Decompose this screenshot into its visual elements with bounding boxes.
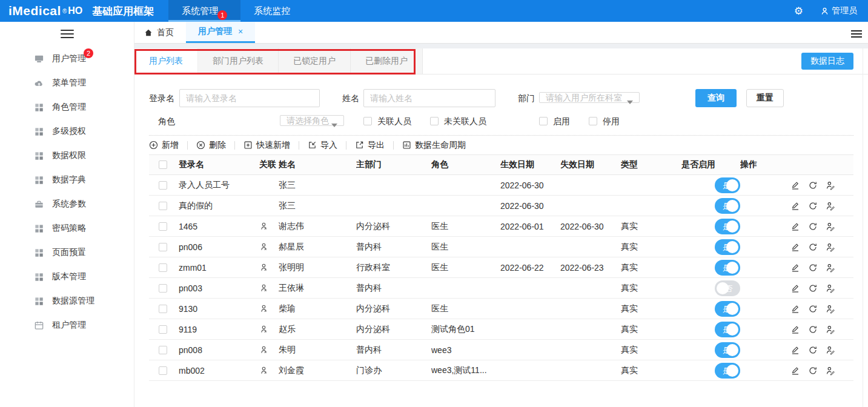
checkbox-enabled[interactable]: 启用 bbox=[539, 112, 570, 130]
enabled-toggle[interactable]: 是 bbox=[715, 198, 740, 214]
assign-person-icon[interactable] bbox=[826, 222, 835, 231]
sidebar-item-data-permission[interactable]: 数据权限 bbox=[0, 144, 134, 168]
assign-person-icon[interactable] bbox=[826, 283, 835, 293]
assign-person-icon[interactable] bbox=[826, 345, 835, 355]
subtab-locked-users[interactable]: 已锁定用户 bbox=[279, 48, 351, 74]
edit-icon[interactable] bbox=[790, 201, 800, 211]
sidebar-item-password-policy[interactable]: 密码策略 bbox=[0, 216, 134, 240]
edit-icon[interactable] bbox=[790, 283, 800, 293]
edit-icon[interactable] bbox=[790, 325, 800, 334]
reset-password-icon[interactable] bbox=[808, 366, 818, 376]
edit-icon[interactable] bbox=[790, 366, 800, 376]
sidebar-item-version-management[interactable]: 版本管理 bbox=[0, 265, 134, 289]
export-button[interactable]: 导出 bbox=[346, 140, 393, 151]
row-checkbox[interactable] bbox=[159, 263, 167, 272]
enabled-toggle[interactable]: 是 bbox=[715, 219, 740, 234]
name-input[interactable] bbox=[363, 89, 495, 107]
assign-person-icon[interactable] bbox=[826, 242, 835, 252]
enabled-toggle[interactable]: 是 bbox=[715, 260, 740, 276]
reset-password-icon[interactable] bbox=[808, 222, 818, 231]
reset-password-icon[interactable] bbox=[808, 304, 818, 314]
subtab-deleted-users[interactable]: 已删除用户 bbox=[351, 48, 423, 74]
checkbox-icon[interactable] bbox=[363, 117, 372, 125]
edit-icon[interactable] bbox=[790, 222, 800, 231]
select-all-checkbox[interactable] bbox=[159, 160, 167, 169]
reset-password-icon[interactable] bbox=[808, 242, 818, 252]
enabled-toggle[interactable]: 是 bbox=[715, 239, 740, 255]
dept-select[interactable]: 请输入用户所在科室 bbox=[539, 92, 640, 103]
sidebar-item-data-dictionary[interactable]: 数据字典 bbox=[0, 168, 134, 192]
row-checkbox[interactable] bbox=[159, 202, 167, 210]
edit-icon[interactable] bbox=[790, 180, 800, 190]
gear-icon[interactable]: ⚙ bbox=[794, 6, 803, 16]
sidebar-item-multilevel-auth[interactable]: 多级授权 bbox=[0, 119, 134, 144]
sidebar-item-page-preset[interactable]: 页面预置 bbox=[0, 240, 134, 265]
row-checkbox[interactable] bbox=[159, 222, 167, 231]
checkbox-icon[interactable] bbox=[539, 117, 548, 125]
linked-person-icon[interactable] bbox=[259, 283, 268, 293]
row-checkbox[interactable] bbox=[159, 181, 167, 190]
enabled-toggle[interactable]: 是 bbox=[715, 301, 740, 317]
data-lifecycle-button[interactable]: 数据生命周期 bbox=[394, 140, 474, 151]
reset-password-icon[interactable] bbox=[808, 325, 818, 334]
checkbox-unlinked-person[interactable]: 未关联人员 bbox=[430, 112, 486, 130]
sidebar-item-system-params[interactable]: 系统参数 bbox=[0, 192, 134, 216]
linked-person-icon[interactable] bbox=[259, 345, 268, 354]
sidebar-item-datasource-management[interactable]: 数据源管理 bbox=[0, 289, 134, 313]
user-menu[interactable]: 管理员 bbox=[820, 5, 857, 16]
subtab-user-list[interactable]: 用户列表 bbox=[134, 48, 198, 74]
row-checkbox[interactable] bbox=[159, 284, 167, 293]
assign-person-icon[interactable] bbox=[826, 201, 835, 211]
assign-person-icon[interactable] bbox=[826, 325, 835, 334]
enabled-toggle[interactable]: 是 bbox=[715, 177, 740, 193]
reset-password-icon[interactable] bbox=[808, 345, 818, 355]
enabled-toggle[interactable]: 是 bbox=[715, 342, 740, 358]
checkbox-icon[interactable] bbox=[430, 117, 439, 125]
role-select[interactable]: 请选择角色 bbox=[280, 115, 344, 126]
tab-home[interactable]: 首页 bbox=[134, 22, 186, 43]
reset-password-icon[interactable] bbox=[808, 283, 818, 293]
row-checkbox[interactable] bbox=[159, 305, 167, 313]
edit-icon[interactable] bbox=[790, 345, 800, 355]
linked-person-icon[interactable] bbox=[259, 242, 268, 251]
assign-person-icon[interactable] bbox=[826, 304, 835, 314]
row-checkbox[interactable] bbox=[159, 243, 167, 251]
row-checkbox[interactable] bbox=[159, 366, 167, 375]
enabled-toggle[interactable]: 否 bbox=[715, 280, 740, 296]
import-button[interactable]: 导入 bbox=[299, 140, 346, 151]
assign-person-icon[interactable] bbox=[826, 263, 835, 273]
tab-close-icon[interactable]: × bbox=[238, 27, 243, 36]
search-button[interactable]: 查询 bbox=[695, 89, 737, 107]
checkbox-linked-person[interactable]: 关联人员 bbox=[363, 112, 411, 130]
nav-item-system-monitor[interactable]: 系统监控 bbox=[240, 0, 303, 22]
tabbar-menu-icon[interactable] bbox=[851, 28, 862, 39]
add-button[interactable]: 新增 bbox=[149, 140, 187, 151]
tab-user-management[interactable]: 用户管理 × bbox=[186, 22, 255, 43]
nav-item-system-management[interactable]: 系统管理 1 bbox=[168, 0, 240, 22]
linked-person-icon[interactable] bbox=[259, 222, 268, 231]
linked-person-icon[interactable] bbox=[259, 366, 268, 375]
reset-password-icon[interactable] bbox=[808, 180, 818, 190]
sidebar-item-tenant-management[interactable]: 租户管理 bbox=[0, 313, 134, 337]
assign-person-icon[interactable] bbox=[826, 366, 835, 376]
edit-icon[interactable] bbox=[790, 263, 800, 273]
data-log-button[interactable]: 数据日志 bbox=[801, 53, 853, 70]
enabled-toggle[interactable]: 是 bbox=[715, 363, 740, 379]
subtab-dept-user-list[interactable]: 部门用户列表 bbox=[198, 48, 279, 74]
linked-person-icon[interactable] bbox=[259, 304, 268, 313]
row-checkbox[interactable] bbox=[159, 325, 167, 334]
login-input[interactable] bbox=[179, 89, 320, 107]
delete-button[interactable]: 删除 bbox=[188, 140, 234, 151]
reset-password-icon[interactable] bbox=[808, 201, 818, 211]
linked-person-icon[interactable] bbox=[259, 325, 268, 334]
linked-person-icon[interactable] bbox=[259, 263, 268, 272]
sidebar-item-role-management[interactable]: 角色管理 bbox=[0, 95, 134, 119]
quick-add-button[interactable]: 快速新增 bbox=[235, 140, 299, 151]
edit-icon[interactable] bbox=[790, 304, 800, 314]
assign-person-icon[interactable] bbox=[826, 180, 835, 190]
sidebar-item-menu-management[interactable]: 菜单管理 bbox=[0, 71, 134, 95]
reset-button[interactable]: 重置 bbox=[746, 89, 784, 107]
enabled-toggle[interactable]: 是 bbox=[715, 322, 740, 337]
sidebar-collapse-icon[interactable] bbox=[61, 30, 74, 38]
row-checkbox[interactable] bbox=[159, 346, 167, 354]
